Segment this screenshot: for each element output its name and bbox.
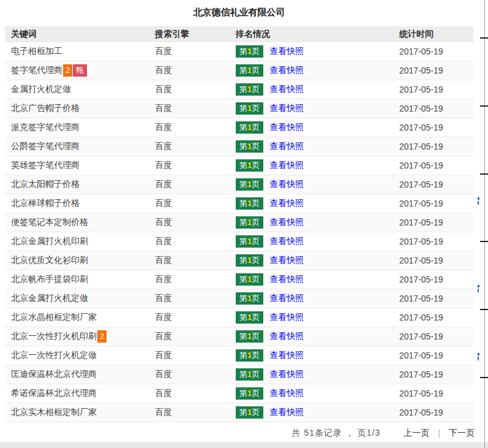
rank-badge: 第1页 bbox=[236, 330, 263, 343]
snapshot-link[interactable]: 查看快照 bbox=[269, 84, 304, 95]
snapshot-link[interactable]: 查看快照 bbox=[269, 388, 304, 399]
rank-cell: 第1页 查看快照 bbox=[236, 216, 399, 229]
table-row: 希诺保温杯北京代理商 百度 第1页 查看快照 2017-05-19 bbox=[5, 384, 473, 403]
rank-suffix: 页 bbox=[252, 294, 260, 303]
keyword-cell: 北京金属打火机印刷 bbox=[5, 236, 155, 247]
rank-cell: 第1页 查看快照 bbox=[236, 349, 399, 362]
snapshot-link[interactable]: 查看快照 bbox=[269, 198, 304, 209]
rank-prefix: 第 bbox=[239, 351, 247, 360]
snapshot-link[interactable]: 查看快照 bbox=[269, 331, 304, 342]
rank-prefix: 第 bbox=[239, 332, 247, 341]
keyword-cell: 签字笔代理商2甄 bbox=[5, 64, 155, 77]
rank-cell: 第1页 查看快照 bbox=[236, 292, 399, 305]
table-row: 电子相框加工 百度 第1页 查看快照 2017-05-19 bbox=[5, 42, 473, 61]
snapshot-link[interactable]: 查看快照 bbox=[269, 160, 304, 171]
rank-badge: 第1页 bbox=[236, 102, 263, 115]
pagination-separator-icon: ｜ bbox=[435, 428, 443, 439]
rank-badge: 第1页 bbox=[236, 311, 263, 324]
rank-badge: 第1页 bbox=[236, 140, 263, 153]
rank-badge: 第1页 bbox=[236, 406, 263, 419]
table-row: 北京金属打火机印刷 百度 第1页 查看快照 2017-05-19 bbox=[5, 232, 473, 251]
rank-prefix: 第 bbox=[239, 218, 247, 227]
keyword-cell: 北京太阳帽子价格 bbox=[5, 179, 155, 190]
snapshot-link[interactable]: 查看快照 bbox=[269, 293, 304, 304]
rank-suffix: 页 bbox=[252, 161, 260, 170]
snapshot-link[interactable]: 查看快照 bbox=[269, 369, 304, 380]
table-row: 北京金属打火机定做 百度 第1页 查看快照 2017-05-19 bbox=[5, 289, 473, 308]
rank-suffix: 页 bbox=[252, 389, 260, 398]
keyword-cell: 派克签字笔代理商 bbox=[5, 122, 155, 133]
rank-suffix: 页 bbox=[252, 408, 260, 417]
engine-cell: 百度 bbox=[155, 255, 236, 266]
rank-cell: 第1页 查看快照 bbox=[236, 64, 399, 77]
horizontal-scrollbar[interactable] bbox=[0, 442, 488, 448]
snapshot-link[interactable]: 查看快照 bbox=[269, 141, 304, 152]
table-row: 北京实木相框定制厂家 百度 第1页 查看快照 2017-05-19 bbox=[5, 403, 473, 422]
snapshot-link[interactable]: 查看快照 bbox=[269, 46, 304, 57]
rank-cell: 第1页 查看快照 bbox=[236, 197, 399, 210]
header-keyword: 关键词 bbox=[5, 29, 155, 40]
keyword-cell: 北京金属打火机定做 bbox=[5, 293, 155, 304]
rank-suffix: 页 bbox=[252, 275, 260, 284]
ruler-tick bbox=[480, 105, 488, 107]
snapshot-link[interactable]: 查看快照 bbox=[269, 312, 304, 323]
engine-cell: 百度 bbox=[155, 331, 236, 342]
date-cell: 2017-05-19 bbox=[399, 180, 473, 189]
rank-prefix: 第 bbox=[239, 389, 247, 398]
snapshot-link[interactable]: 查看快照 bbox=[269, 103, 304, 114]
snapshot-link[interactable]: 查看快照 bbox=[269, 274, 304, 285]
snapshot-link[interactable]: 查看快照 bbox=[269, 236, 304, 247]
engine-cell: 百度 bbox=[155, 160, 236, 171]
engine-cell: 百度 bbox=[155, 84, 236, 95]
table-body: 电子相框加工 百度 第1页 查看快照 2017-05-19 签字笔代理商2甄 百… bbox=[5, 42, 473, 422]
date-cell: 2017-05-19 bbox=[399, 294, 473, 303]
keyword-text: 北京一次性打火机印刷 bbox=[11, 331, 97, 342]
clipped-blue-text-fragment bbox=[478, 197, 480, 205]
date-cell: 2017-05-19 bbox=[399, 66, 473, 75]
date-cell: 2017-05-19 bbox=[399, 85, 473, 94]
keyword-text: 北京金属打火机印刷 bbox=[11, 236, 88, 247]
rank-suffix: 页 bbox=[252, 85, 260, 94]
engine-cell: 百度 bbox=[155, 312, 236, 323]
engine-cell: 百度 bbox=[155, 274, 236, 285]
table-row: 北京一次性打火机定做 百度 第1页 查看快照 2017-05-19 bbox=[5, 346, 473, 365]
engine-cell: 百度 bbox=[155, 369, 236, 380]
snapshot-link[interactable]: 查看快照 bbox=[269, 350, 304, 361]
date-cell: 2017-05-19 bbox=[399, 408, 473, 417]
keyword-text: 便签笔记本定制价格 bbox=[11, 217, 88, 228]
snapshot-link[interactable]: 查看快照 bbox=[269, 407, 304, 418]
snapshot-link[interactable]: 查看快照 bbox=[269, 217, 304, 228]
date-cell: 2017-05-19 bbox=[399, 142, 473, 151]
date-cell: 2017-05-19 bbox=[399, 332, 473, 341]
prev-page-link[interactable]: 上一页 bbox=[404, 428, 429, 439]
table-footer: 共 51条记录 ， 页1/3 上一页 ｜ 下一页 bbox=[5, 424, 475, 442]
rank-cell: 第1页 查看快照 bbox=[236, 102, 399, 115]
next-page-link[interactable]: 下一页 bbox=[449, 428, 475, 439]
rank-badge: 第1页 bbox=[236, 235, 263, 248]
rank-badge: 第1页 bbox=[236, 387, 263, 400]
keyword-text: 北京棒球帽子价格 bbox=[11, 198, 80, 209]
rank-prefix: 第 bbox=[239, 180, 247, 189]
snapshot-link[interactable]: 查看快照 bbox=[269, 65, 304, 76]
snapshot-link[interactable]: 查看快照 bbox=[269, 179, 304, 190]
rank-prefix: 第 bbox=[239, 408, 247, 417]
snapshot-link[interactable]: 查看快照 bbox=[269, 122, 304, 133]
rank-badge: 第1页 bbox=[236, 292, 263, 305]
snapshot-link[interactable]: 查看快照 bbox=[269, 255, 304, 266]
rank-cell: 第1页 查看快照 bbox=[236, 330, 399, 343]
header-stat-time: 统计时间 bbox=[399, 29, 473, 40]
rank-cell: 第1页 查看快照 bbox=[236, 406, 399, 419]
rank-suffix: 页 bbox=[252, 313, 260, 322]
date-cell: 2017-05-19 bbox=[399, 275, 473, 284]
rank-suffix: 页 bbox=[252, 199, 260, 208]
keyword-text: 北京一次性打火机定做 bbox=[11, 350, 97, 361]
rank-prefix: 第 bbox=[239, 313, 247, 322]
keyword-text: 英雄签字笔代理商 bbox=[11, 160, 80, 171]
rank-prefix: 第 bbox=[239, 294, 247, 303]
date-cell: 2017-05-19 bbox=[399, 351, 473, 360]
rank-cell: 第1页 查看快照 bbox=[236, 311, 399, 324]
ruler-tick bbox=[480, 241, 488, 242]
rank-cell: 第1页 查看快照 bbox=[236, 273, 399, 286]
keyword-badge-orange: 2 bbox=[63, 64, 72, 77]
engine-cell: 百度 bbox=[155, 122, 236, 133]
